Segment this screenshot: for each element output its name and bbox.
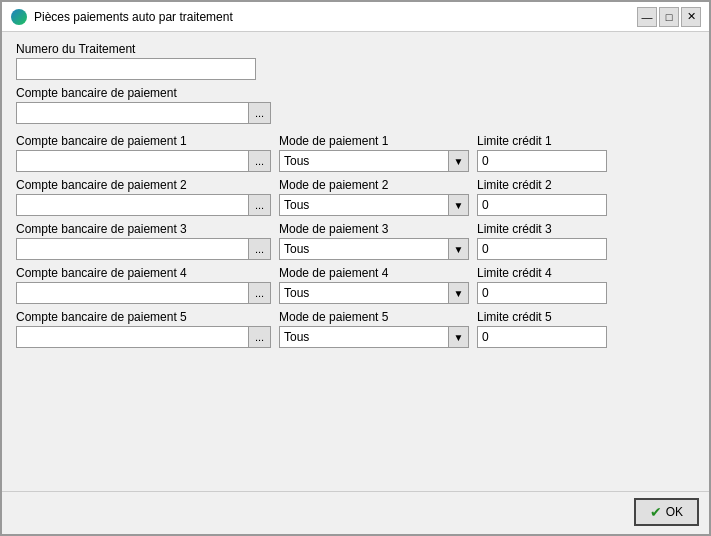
mode-select-5[interactable]: Tous — [280, 327, 448, 347]
payment-row-3: Compte bancaire de paiement 3 ... Mode d… — [16, 222, 695, 260]
footer: ✔ OK — [2, 491, 709, 534]
window-title: Pièces paiements auto par traitement — [34, 10, 637, 24]
close-button[interactable]: ✕ — [681, 7, 701, 27]
mode-select-2[interactable]: Tous — [280, 195, 448, 215]
compte-bancaire-field-row: Compte bancaire de paiement ... — [16, 86, 695, 124]
mode-select-wrapper-4: Tous ▼ — [279, 282, 469, 304]
mode-label-4: Mode de paiement 4 — [279, 266, 469, 280]
mode-select-1[interactable]: Tous — [280, 151, 448, 171]
payment-row-4: Compte bancaire de paiement 4 ... Mode d… — [16, 266, 695, 304]
mode-select-arrow-1[interactable]: ▼ — [448, 151, 468, 171]
compte-input-wrapper-3: ... — [16, 238, 271, 260]
payment-rows-section: Compte bancaire de paiement 1 ... Mode d… — [16, 134, 695, 352]
compte-bancaire-input[interactable] — [16, 102, 249, 124]
compte-input-2[interactable] — [16, 194, 249, 216]
mode-select-arrow-3[interactable]: ▼ — [448, 239, 468, 259]
numero-label: Numero du Traitement — [16, 42, 695, 56]
compte-input-wrapper-5: ... — [16, 326, 271, 348]
compte-input-wrapper-2: ... — [16, 194, 271, 216]
compte-browse-btn-2[interactable]: ... — [249, 194, 271, 216]
numero-field-row: Numero du Traitement — [16, 42, 695, 80]
mode-col-2: Mode de paiement 2 Tous ▼ — [279, 178, 469, 216]
compte-label-1: Compte bancaire de paiement 1 — [16, 134, 271, 148]
compte-input-1[interactable] — [16, 150, 249, 172]
mode-select-3[interactable]: Tous — [280, 239, 448, 259]
limite-label-5: Limite crédit 5 — [477, 310, 607, 324]
main-window: Pièces paiements auto par traitement — □… — [0, 0, 711, 536]
ok-button[interactable]: ✔ OK — [634, 498, 699, 526]
compte-col-2: Compte bancaire de paiement 2 ... — [16, 178, 271, 216]
compte-input-5[interactable] — [16, 326, 249, 348]
compte-browse-btn-3[interactable]: ... — [249, 238, 271, 260]
compte-label-4: Compte bancaire de paiement 4 — [16, 266, 271, 280]
limite-label-1: Limite crédit 1 — [477, 134, 607, 148]
mode-label-2: Mode de paiement 2 — [279, 178, 469, 192]
compte-browse-btn-4[interactable]: ... — [249, 282, 271, 304]
app-icon — [10, 8, 28, 26]
content-area: Numero du Traitement Compte bancaire de … — [2, 32, 709, 491]
maximize-button[interactable]: □ — [659, 7, 679, 27]
mode-col-3: Mode de paiement 3 Tous ▼ — [279, 222, 469, 260]
window-controls: — □ ✕ — [637, 7, 701, 27]
limite-input-4[interactable] — [477, 282, 607, 304]
limite-col-1: Limite crédit 1 0 — [477, 134, 607, 172]
compte-browse-btn-5[interactable]: ... — [249, 326, 271, 348]
compte-input-wrapper-4: ... — [16, 282, 271, 304]
mode-col-5: Mode de paiement 5 Tous ▼ — [279, 310, 469, 348]
mode-col-4: Mode de paiement 4 Tous ▼ — [279, 266, 469, 304]
limite-label-3: Limite crédit 3 — [477, 222, 607, 236]
compte-bancaire-browse-button[interactable]: ... — [249, 102, 271, 124]
compte-bancaire-input-wrapper: ... — [16, 102, 271, 124]
limite-input-5[interactable] — [477, 326, 607, 348]
mode-select-wrapper-1: Tous ▼ — [279, 150, 469, 172]
mode-select-4[interactable]: Tous — [280, 283, 448, 303]
mode-select-arrow-5[interactable]: ▼ — [448, 327, 468, 347]
compte-col-3: Compte bancaire de paiement 3 ... — [16, 222, 271, 260]
limite-input-1[interactable]: 0 — [477, 150, 607, 172]
compte-label-5: Compte bancaire de paiement 5 — [16, 310, 271, 324]
limite-col-3: Limite crédit 3 — [477, 222, 607, 260]
compte-col-4: Compte bancaire de paiement 4 ... — [16, 266, 271, 304]
compte-input-3[interactable] — [16, 238, 249, 260]
payment-row-1: Compte bancaire de paiement 1 ... Mode d… — [16, 134, 695, 172]
mode-col-1: Mode de paiement 1 Tous ▼ — [279, 134, 469, 172]
compte-label-2: Compte bancaire de paiement 2 — [16, 178, 271, 192]
limite-input-2[interactable] — [477, 194, 607, 216]
compte-col-5: Compte bancaire de paiement 5 ... — [16, 310, 271, 348]
limite-col-2: Limite crédit 2 — [477, 178, 607, 216]
mode-select-arrow-4[interactable]: ▼ — [448, 283, 468, 303]
title-bar: Pièces paiements auto par traitement — □… — [2, 2, 709, 32]
limite-col-4: Limite crédit 4 — [477, 266, 607, 304]
payment-row-2: Compte bancaire de paiement 2 ... Mode d… — [16, 178, 695, 216]
limite-col-5: Limite crédit 5 — [477, 310, 607, 348]
minimize-button[interactable]: — — [637, 7, 657, 27]
compte-col-1: Compte bancaire de paiement 1 ... — [16, 134, 271, 172]
limite-input-3[interactable] — [477, 238, 607, 260]
compte-label-3: Compte bancaire de paiement 3 — [16, 222, 271, 236]
limite-label-2: Limite crédit 2 — [477, 178, 607, 192]
compte-browse-btn-1[interactable]: ... — [249, 150, 271, 172]
mode-label-1: Mode de paiement 1 — [279, 134, 469, 148]
ok-checkmark-icon: ✔ — [650, 504, 662, 520]
payment-row-5: Compte bancaire de paiement 5 ... Mode d… — [16, 310, 695, 348]
mode-select-wrapper-3: Tous ▼ — [279, 238, 469, 260]
mode-select-arrow-2[interactable]: ▼ — [448, 195, 468, 215]
ok-button-label: OK — [666, 505, 683, 519]
compte-bancaire-label: Compte bancaire de paiement — [16, 86, 695, 100]
mode-select-wrapper-2: Tous ▼ — [279, 194, 469, 216]
compte-input-4[interactable] — [16, 282, 249, 304]
compte-input-wrapper-1: ... — [16, 150, 271, 172]
numero-input[interactable] — [16, 58, 256, 80]
mode-select-wrapper-5: Tous ▼ — [279, 326, 469, 348]
mode-label-3: Mode de paiement 3 — [279, 222, 469, 236]
mode-label-5: Mode de paiement 5 — [279, 310, 469, 324]
limite-label-4: Limite crédit 4 — [477, 266, 607, 280]
